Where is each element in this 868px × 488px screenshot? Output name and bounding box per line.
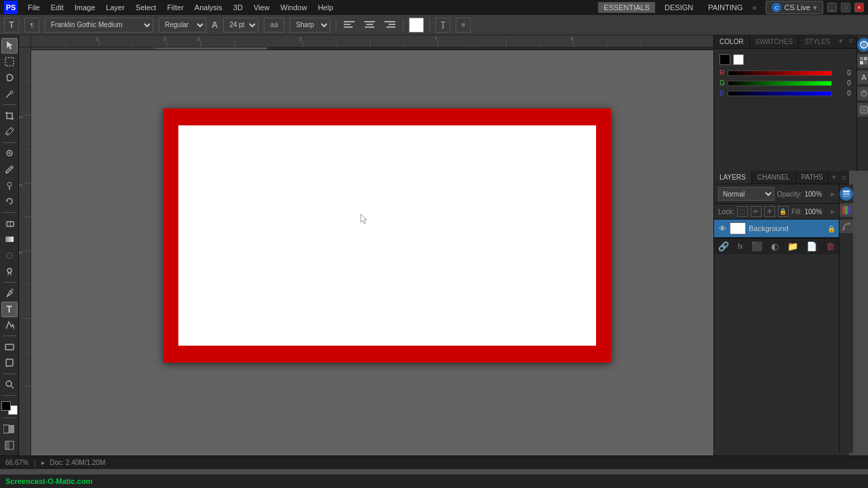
layer-effects-button[interactable]: fx — [735, 241, 746, 251]
menu-image[interactable]: Image — [70, 2, 100, 13]
toggle-panels-button[interactable]: ≡ — [456, 18, 471, 33]
healing-brush-tool[interactable] — [1, 146, 18, 161]
more-workspaces[interactable]: » — [752, 3, 756, 12]
menu-file[interactable]: File — [23, 2, 45, 13]
align-left-button[interactable] — [342, 18, 357, 33]
antialiasing-select[interactable]: Sharp — [290, 18, 330, 33]
font-style-select[interactable]: Regular — [159, 18, 206, 33]
channels-icon[interactable] — [840, 203, 853, 217]
layer-visibility-toggle[interactable]: 👁 — [717, 224, 727, 233]
styles-icon[interactable]: A — [857, 70, 868, 84]
color-swatches[interactable] — [1, 401, 18, 415]
eyedropper-tool[interactable] — [1, 124, 18, 140]
design-button[interactable]: DESIGN — [659, 2, 698, 13]
link-layers-button[interactable]: 🔗 — [715, 240, 732, 253]
clone-stamp-tool[interactable] — [1, 178, 18, 193]
add-mask-button[interactable]: ⬛ — [749, 240, 765, 253]
font-size-select[interactable]: 24 pt — [223, 18, 258, 33]
warp-text-button[interactable]: T̰ — [435, 18, 450, 33]
notes-tool[interactable] — [1, 355, 18, 371]
menu-filter[interactable]: Filter — [162, 2, 188, 13]
brush-tool[interactable] — [1, 161, 18, 177]
menu-window[interactable]: Window — [276, 2, 312, 13]
screen-mode-button[interactable] — [1, 437, 18, 453]
lock-position[interactable]: ✛ — [764, 206, 775, 217]
path-selection-tool[interactable] — [1, 318, 18, 333]
opacity-arrow[interactable]: ▸ — [831, 189, 835, 199]
delete-layer-button[interactable]: 🗑 — [823, 240, 837, 253]
lock-image[interactable]: ✏ — [751, 206, 762, 217]
status-arrow[interactable]: ▸ — [41, 459, 45, 466]
minimize-button[interactable]: _ — [827, 3, 837, 12]
adjustments-icon[interactable] — [857, 87, 868, 100]
new-group-button[interactable]: 📁 — [785, 240, 801, 253]
menu-layer[interactable]: Layer — [101, 2, 130, 13]
crop-tool[interactable] — [1, 108, 18, 123]
align-right-button[interactable] — [382, 18, 397, 33]
maximize-button[interactable]: □ — [841, 3, 850, 12]
history-brush-tool[interactable] — [1, 194, 18, 209]
gradient-tool[interactable] — [1, 232, 18, 247]
tool-preset-button[interactable]: T — [4, 18, 19, 33]
color-icon[interactable] — [857, 38, 868, 52]
g-slider[interactable] — [728, 81, 832, 86]
svg-point-85 — [843, 228, 845, 230]
tool-sep-6 — [3, 373, 16, 374]
shape-tool[interactable] — [1, 339, 18, 354]
layers-more[interactable]: ≡ — [840, 174, 848, 182]
panel-menu[interactable]: ≡ — [846, 37, 854, 47]
eraser-tool[interactable] — [1, 216, 18, 231]
essentials-button[interactable]: ESSENTIALS — [598, 2, 655, 13]
menu-help[interactable]: Help — [313, 2, 338, 13]
close-button[interactable]: × — [854, 3, 864, 12]
magic-wand-tool[interactable] — [1, 86, 18, 102]
move-tool[interactable] — [1, 38, 18, 54]
menu-select[interactable]: Select — [131, 2, 161, 13]
marquee-tool[interactable] — [1, 54, 18, 70]
type-tool[interactable]: T — [1, 302, 18, 317]
quick-mask-button[interactable] — [1, 421, 18, 436]
b-slider[interactable] — [728, 91, 832, 96]
layer-row-background[interactable]: 👁 Background 🔒 — [714, 220, 839, 238]
align-center-button[interactable] — [362, 18, 377, 33]
menu-edit[interactable]: Edit — [46, 2, 68, 13]
zoom-tool[interactable] — [1, 377, 18, 392]
swatches-icon[interactable] — [857, 54, 868, 68]
fill-arrow[interactable]: ▸ — [831, 207, 835, 216]
svg-text:3: 3 — [197, 37, 200, 41]
character-panel-button[interactable]: ¶ — [24, 18, 39, 33]
styles-panel-tab[interactable]: STYLES — [799, 35, 835, 48]
panel-collapse[interactable]: ▾ — [837, 37, 845, 47]
layers-expand[interactable]: ▾ — [830, 173, 838, 182]
new-layer-button[interactable]: 📄 — [804, 240, 820, 253]
foreground-color-swatch[interactable] — [1, 401, 11, 411]
blur-tool[interactable] — [1, 247, 18, 263]
channel-tab[interactable]: CHANNEL — [752, 171, 796, 184]
swatches-panel-tab[interactable]: SWATCHES — [750, 35, 800, 48]
dodge-tool[interactable] — [1, 264, 18, 279]
painting-button[interactable]: PAINTING — [703, 2, 748, 13]
paths-icon[interactable] — [840, 220, 853, 233]
lock-transparent[interactable]: ⬚ — [737, 206, 748, 217]
text-color-swatch[interactable] — [409, 18, 424, 33]
layers-tab[interactable]: LAYERS — [714, 171, 752, 184]
color-panel-tab[interactable]: COLOR — [714, 35, 750, 48]
layers-icon[interactable] — [840, 187, 853, 201]
bg-color-preview[interactable] — [733, 54, 744, 65]
lock-all[interactable]: 🔒 — [778, 206, 789, 217]
masks-icon[interactable] — [857, 103, 868, 117]
adjustment-layer-button[interactable]: ◐ — [768, 240, 781, 253]
lasso-tool[interactable] — [1, 70, 18, 86]
menu-view[interactable]: View — [249, 2, 275, 13]
paths-tab[interactable]: PATHS — [796, 171, 829, 184]
pen-tool[interactable] — [1, 285, 18, 301]
r-slider[interactable] — [728, 70, 832, 76]
document-canvas[interactable] — [163, 108, 611, 363]
menu-3d[interactable]: 3D — [229, 2, 248, 13]
menu-analysis[interactable]: Analysis — [190, 2, 227, 13]
cs-live-button[interactable]: C CS Live ▾ — [766, 1, 823, 14]
font-family-select[interactable]: Franklin Gothic Medium — [45, 18, 153, 33]
svg-rect-84 — [848, 206, 850, 214]
fg-color-preview[interactable] — [719, 54, 730, 65]
blend-mode-dropdown[interactable]: Normal — [718, 187, 774, 201]
